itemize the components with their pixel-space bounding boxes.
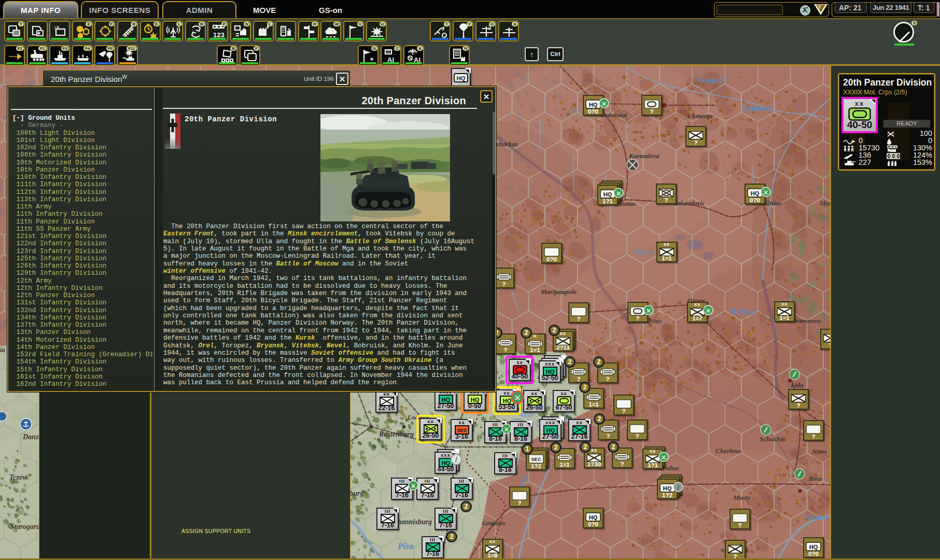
- svg-text:HQ: HQ: [441, 460, 450, 466]
- svg-text:HQ: HQ: [589, 514, 598, 521]
- svg-text:HQ: HQ: [470, 397, 479, 403]
- svg-text:HQ: HQ: [663, 485, 672, 492]
- svg-text:SEC: SEC: [531, 456, 541, 462]
- svg-text:HQ: HQ: [546, 427, 555, 433]
- svg-text:HQ: HQ: [545, 369, 554, 375]
- svg-text:HQ: HQ: [457, 75, 466, 81]
- svg-text:HQ: HQ: [502, 398, 511, 404]
- svg-text:HQ: HQ: [751, 190, 760, 197]
- svg-text:HQ: HQ: [604, 191, 612, 198]
- svg-text:SEC: SEC: [457, 427, 467, 433]
- svg-text:HQ: HQ: [441, 397, 450, 403]
- svg-text:HQ: HQ: [809, 544, 818, 550]
- svg-text:HQ: HQ: [589, 102, 598, 108]
